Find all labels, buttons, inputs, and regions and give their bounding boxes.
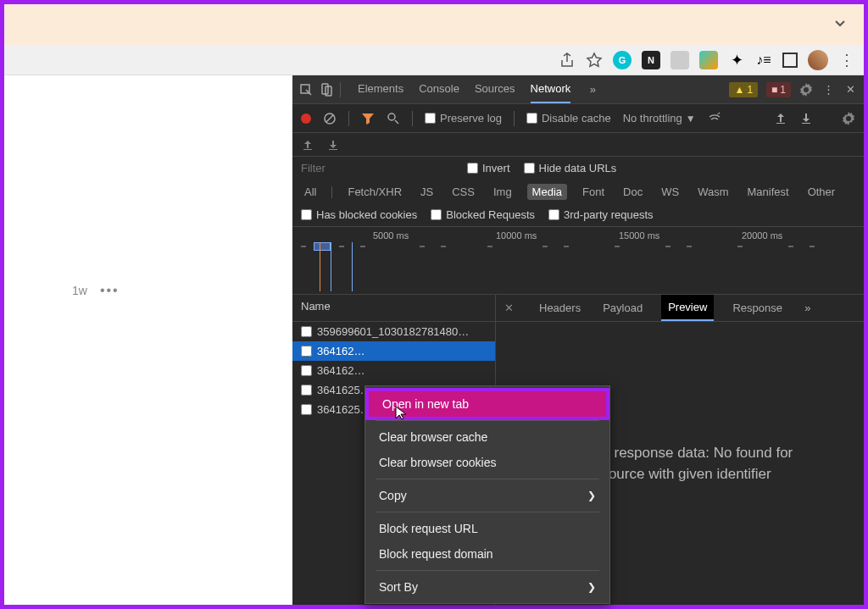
wifi-icon[interactable] xyxy=(708,112,721,125)
blocked-cookies-check[interactable]: Has blocked cookies xyxy=(301,208,417,221)
tab-network[interactable]: Network xyxy=(531,75,571,103)
kebab-icon[interactable]: ⋮ xyxy=(821,83,835,97)
device-icon[interactable] xyxy=(320,83,333,97)
record-icon[interactable] xyxy=(301,113,311,124)
type-js[interactable]: JS xyxy=(417,184,437,200)
inspect-icon[interactable] xyxy=(299,83,313,97)
svg-point-4 xyxy=(388,113,395,120)
upload-icon[interactable] xyxy=(301,138,314,152)
ctx-copy[interactable]: Copy❯ xyxy=(365,483,609,508)
download-icon[interactable] xyxy=(799,112,813,125)
music-icon[interactable]: ♪≡ xyxy=(755,52,772,69)
star-icon[interactable] xyxy=(586,52,603,69)
more-icon[interactable]: ••• xyxy=(100,283,120,298)
tl-label: 5000 ms xyxy=(373,230,409,241)
close-icon[interactable]: ✕ xyxy=(843,83,857,97)
network-toolbar-2 xyxy=(292,133,864,157)
download-icon[interactable] xyxy=(326,138,340,152)
throttling-select[interactable]: No throttling ▼ xyxy=(623,112,696,125)
ctx-block-url[interactable]: Block request URL xyxy=(365,516,609,541)
tl-label: 20000 ms xyxy=(742,230,782,241)
type-fetch[interactable]: Fetch/XHR xyxy=(344,184,405,200)
request-detail-header: Name ✕ Headers Payload Preview Response … xyxy=(292,295,864,322)
tab-console[interactable]: Console xyxy=(419,75,459,103)
filter-input[interactable] xyxy=(301,162,453,174)
errors-badge[interactable]: ■ 1 xyxy=(766,82,791,97)
type-all[interactable]: All xyxy=(301,184,320,200)
ctx-sort-by[interactable]: Sort By❯ xyxy=(365,574,609,600)
type-font[interactable]: Font xyxy=(579,184,608,200)
type-wasm[interactable]: Wasm xyxy=(694,184,732,200)
type-css[interactable]: CSS xyxy=(448,184,478,200)
reader-icon[interactable] xyxy=(782,53,798,68)
more-icon[interactable]: ⋮ xyxy=(838,52,855,69)
tab-preview[interactable]: Preview xyxy=(661,295,714,321)
type-doc[interactable]: Doc xyxy=(620,184,646,200)
chevron-right-icon: ❯ xyxy=(587,581,596,593)
request-row[interactable]: 364162… xyxy=(292,341,495,361)
ctx-clear-cookies[interactable]: Clear browser cookies xyxy=(365,450,609,475)
ctx-clear-cache[interactable]: Clear browser cache xyxy=(365,424,609,450)
type-ws[interactable]: WS xyxy=(658,184,682,200)
invert-check[interactable]: Invert xyxy=(467,162,510,174)
disable-cache-check[interactable]: Disable cache xyxy=(526,112,611,125)
ctx-block-domain[interactable]: Block request domain xyxy=(365,541,609,567)
warnings-badge[interactable]: ▲ 1 xyxy=(729,82,758,97)
timestamp-label: 1w xyxy=(72,284,87,297)
search-icon[interactable] xyxy=(387,112,400,125)
filter-icon[interactable] xyxy=(361,112,375,125)
third-party-check[interactable]: 3rd-party requests xyxy=(548,208,654,221)
type-filters: All Fetch/XHR JS CSS Img Media Font Doc … xyxy=(292,180,864,203)
notification-bar xyxy=(4,4,864,45)
network-toolbar: Preserve log Disable cache No throttling… xyxy=(292,104,864,133)
puzzle-icon[interactable]: ✦ xyxy=(728,52,745,69)
close-icon[interactable]: ✕ xyxy=(504,302,514,314)
request-row[interactable]: 364162… xyxy=(292,361,495,380)
blocked-requests-check[interactable]: Blocked Requests xyxy=(431,208,535,221)
upload-icon[interactable] xyxy=(774,112,787,125)
name-column-header[interactable]: Name xyxy=(292,295,496,321)
type-manifest[interactable]: Manifest xyxy=(743,184,792,200)
devtools-header: Elements Console Sources Network » ▲ 1 ■… xyxy=(292,75,864,104)
context-menu: Open in new tab Clear browser cache Clea… xyxy=(364,385,610,604)
tab-payload[interactable]: Payload xyxy=(599,296,646,320)
tab-sources[interactable]: Sources xyxy=(475,75,515,103)
tl-label: 10000 ms xyxy=(496,230,537,241)
browser-toolbar: G N ✦ ♪≡ ⋮ xyxy=(4,45,864,75)
more-tabs-icon[interactable]: » xyxy=(586,83,599,97)
request-row[interactable]: 359699601_1030182781480… xyxy=(292,322,495,341)
ctx-open-new-tab[interactable]: Open in new tab xyxy=(369,391,606,417)
timeline[interactable]: 5000 ms 10000 ms 15000 ms 20000 ms xyxy=(292,227,864,295)
type-img[interactable]: Img xyxy=(490,184,515,200)
preserve-log-check[interactable]: Preserve log xyxy=(425,112,502,125)
more-tabs-icon[interactable]: » xyxy=(801,302,815,315)
tab-elements[interactable]: Elements xyxy=(358,75,403,103)
type-other[interactable]: Other xyxy=(804,184,839,200)
clear-icon[interactable] xyxy=(323,112,337,125)
chevron-right-icon: ❯ xyxy=(587,490,596,501)
extension-icon[interactable]: G xyxy=(613,51,632,69)
extra-filters: Has blocked cookies Blocked Requests 3rd… xyxy=(292,203,864,227)
gear-icon[interactable] xyxy=(799,83,813,97)
page-content: 1w ••• xyxy=(4,75,292,605)
gear-icon[interactable] xyxy=(842,112,855,125)
extension-icon[interactable] xyxy=(699,51,718,69)
tab-response[interactable]: Response xyxy=(729,296,786,320)
avatar[interactable] xyxy=(808,50,828,70)
chevron-down-icon[interactable] xyxy=(833,16,847,33)
filter-row: Invert Hide data URLs xyxy=(292,157,864,180)
tab-headers[interactable]: Headers xyxy=(536,296,584,320)
hide-data-urls-check[interactable]: Hide data URLs xyxy=(524,162,617,174)
share-icon[interactable] xyxy=(559,52,576,69)
tl-label: 15000 ms xyxy=(619,230,659,241)
extension-icon[interactable]: N xyxy=(642,51,660,69)
type-media[interactable]: Media xyxy=(527,184,567,200)
extension-icon[interactable] xyxy=(670,51,689,69)
